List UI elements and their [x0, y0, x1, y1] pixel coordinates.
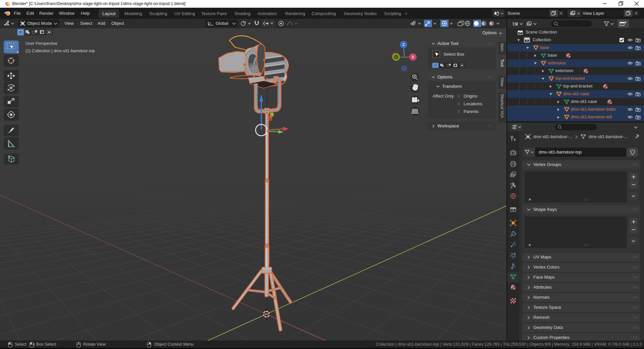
svg-text:X: X — [412, 55, 414, 59]
svg-text:Z: Z — [402, 43, 405, 47]
